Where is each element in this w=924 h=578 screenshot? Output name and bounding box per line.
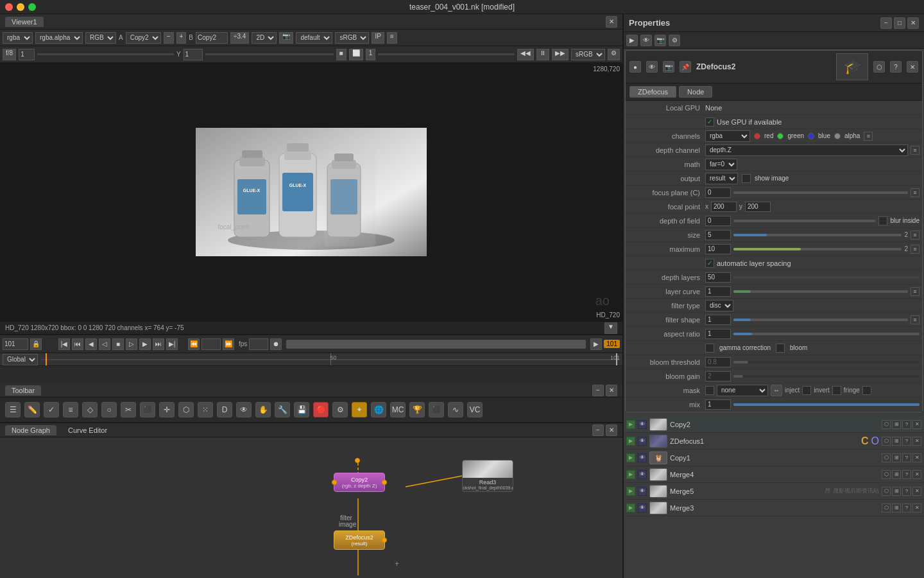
- color-mode-select[interactable]: RGB: [85, 32, 116, 44]
- next-key-btn[interactable]: ⏭: [153, 338, 164, 350]
- nl-item-zdefocus1[interactable]: ▶ 👁 ZDefocus1 C O ⬡ ⊞ ? ✕: [624, 433, 924, 450]
- nl-ctrl-m3-1[interactable]: ⬡: [882, 504, 891, 512]
- nl-play-m4[interactable]: ▶: [626, 470, 635, 479]
- first-frame-btn[interactable]: |◀: [58, 338, 70, 350]
- filter-type-select[interactable]: disc: [705, 300, 733, 311]
- nl-ctrl-c1-3[interactable]: ?: [902, 453, 911, 462]
- icon-cube[interactable]: ⬡: [178, 402, 194, 417]
- props-settings[interactable]: ⚙: [669, 35, 680, 46]
- size-input[interactable]: [705, 230, 731, 240]
- filter-shape-input[interactable]: [705, 315, 731, 325]
- ip-btn[interactable]: IP: [372, 32, 384, 44]
- next-frame-tl-btn[interactable]: ▶: [139, 338, 151, 350]
- nl-ctrl-m4-3[interactable]: ?: [902, 470, 911, 479]
- nl-item-merge4[interactable]: ▶ 👁 Merge4 ⬡ ⊞ ? ✕: [624, 466, 924, 483]
- nl-ctrl-2[interactable]: ⊞: [892, 420, 901, 429]
- settings-btn[interactable]: ⚙: [608, 49, 620, 60]
- nl-eye-m4[interactable]: 👁: [638, 470, 647, 479]
- cb-auto-layer[interactable]: ✓: [705, 259, 714, 268]
- icon-star[interactable]: ⚙: [332, 402, 348, 417]
- cb-use-gpu[interactable]: ✓: [705, 118, 714, 127]
- icon-glow[interactable]: ✦: [352, 402, 367, 417]
- layer-curve-input[interactable]: [705, 286, 731, 297]
- view-select[interactable]: 2D: [252, 32, 277, 44]
- node-pin-btn[interactable]: 📌: [680, 61, 691, 73]
- minus-btn[interactable]: −: [164, 32, 174, 44]
- props-eye[interactable]: 👁: [640, 35, 652, 46]
- layer-curve-end[interactable]: ≡: [911, 287, 920, 296]
- icon-layers[interactable]: ⬛: [140, 402, 155, 417]
- nl-ctrl-m3-3[interactable]: ?: [902, 504, 911, 512]
- depth-layers-input[interactable]: [705, 272, 731, 283]
- icon-save[interactable]: 💾: [294, 402, 309, 417]
- icon-badge4[interactable]: ⬛: [429, 402, 444, 417]
- props-max[interactable]: □: [894, 17, 905, 29]
- mask-select[interactable]: none: [717, 385, 768, 396]
- cb-bloom[interactable]: [776, 344, 785, 353]
- nl-ctrl-m3-2[interactable]: ⊞: [892, 504, 901, 512]
- cb-gamma[interactable]: [705, 344, 714, 353]
- focal-point-y-input[interactable]: [745, 202, 771, 212]
- nl-ctrl-m5-4[interactable]: ✕: [912, 487, 921, 496]
- nl-ctrl-1[interactable]: ⬡: [882, 420, 891, 429]
- maximum-input[interactable]: [705, 244, 731, 254]
- icon-circle[interactable]: ○: [101, 402, 117, 417]
- exposure-btn[interactable]: ■: [336, 49, 346, 60]
- nl-item-copy1[interactable]: ▶ 👁 🦉 Copy1 ⬡ ⊞ ? ✕: [624, 450, 924, 466]
- node-close-btn[interactable]: ✕: [907, 61, 918, 73]
- node-enable-btn[interactable]: ●: [629, 61, 641, 73]
- wipe-btn[interactable]: ⬜: [349, 49, 363, 60]
- viewer-close-btn[interactable]: ✕: [606, 16, 617, 28]
- plus-btn[interactable]: +: [176, 32, 187, 44]
- color-space-select[interactable]: sRGB: [335, 32, 369, 44]
- nl-ctrl-zd1-4[interactable]: ✕: [912, 437, 921, 446]
- nl-play-m5[interactable]: ▶: [626, 487, 635, 496]
- icon-scissors[interactable]: ✂: [121, 402, 136, 417]
- rec-btn[interactable]: ⏺: [270, 338, 282, 350]
- ng-min-btn[interactable]: −: [592, 425, 604, 436]
- icon-dots[interactable]: ⁙: [198, 402, 213, 417]
- icon-check[interactable]: ✓: [44, 402, 59, 417]
- prev-frame-tl-btn[interactable]: ◀: [85, 338, 97, 350]
- icon-eye[interactable]: 👁: [236, 402, 252, 417]
- tab-curve-editor[interactable]: Curve Editor: [62, 425, 114, 435]
- prev-step-btn[interactable]: ◁: [99, 338, 110, 350]
- minimize-button[interactable]: [17, 3, 24, 11]
- node-view-btn[interactable]: 👁: [646, 61, 658, 73]
- cb-inject[interactable]: [802, 386, 811, 395]
- tab-zdefocus[interactable]: ZDefocus: [629, 86, 676, 98]
- nl-ctrl-c1-2[interactable]: ⊞: [892, 453, 901, 462]
- icon-wave[interactable]: ∿: [448, 402, 463, 417]
- mix-input[interactable]: [705, 399, 731, 410]
- output-select[interactable]: result: [705, 173, 738, 184]
- nl-ctrl-c1-4[interactable]: ✕: [912, 453, 921, 462]
- scope-select[interactable]: Global: [3, 354, 38, 365]
- input-b-field[interactable]: [196, 32, 228, 44]
- viewer-extra-btn[interactable]: ≡: [387, 32, 397, 44]
- icon-move[interactable]: ✛: [159, 402, 175, 417]
- loop-next-btn[interactable]: ⏩: [223, 338, 234, 350]
- nl-ctrl-zd1-2[interactable]: ⊞: [892, 437, 901, 446]
- nl-eye-m5[interactable]: 👁: [638, 487, 647, 496]
- lock-btn[interactable]: 🔒: [30, 338, 42, 350]
- viewer-extra[interactable]: ▶: [590, 338, 602, 350]
- nl-ctrl-zd1-3[interactable]: ?: [902, 437, 911, 446]
- camera-icon[interactable]: 📷: [279, 32, 293, 44]
- nl-ctrl-c1-1[interactable]: ⬡: [882, 453, 891, 462]
- icon-hand[interactable]: ✋: [255, 402, 271, 417]
- nl-ctrl-m5-3[interactable]: ?: [902, 487, 911, 496]
- nl-item-merge5[interactable]: ▶ 👁 Merge5 昂 晟影视后期资讯站 ⬡ ⊞ ? ✕: [624, 483, 924, 500]
- aperture-input[interactable]: [19, 49, 35, 60]
- cb-show-image[interactable]: [742, 174, 751, 183]
- icon-paint[interactable]: ✏️: [24, 402, 40, 417]
- icon-filter[interactable]: ≡: [63, 402, 78, 417]
- props-min[interactable]: −: [880, 17, 892, 29]
- cb-invert[interactable]: [832, 386, 841, 395]
- frame-input[interactable]: [3, 338, 28, 350]
- last-frame-btn[interactable]: ▶|: [166, 338, 178, 350]
- mask-invert-icon[interactable]: ↔: [771, 385, 782, 396]
- math-select[interactable]: far=0: [705, 159, 737, 170]
- fps-input[interactable]: 24: [249, 338, 268, 350]
- tab-node[interactable]: Node: [679, 86, 712, 98]
- maximum-end[interactable]: ≡: [911, 245, 920, 254]
